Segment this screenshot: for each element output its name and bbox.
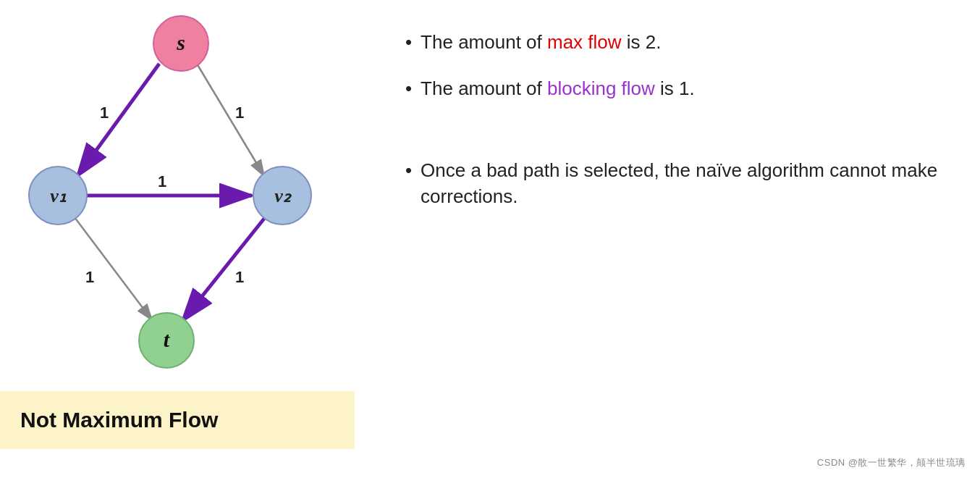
edge-s-v1-purple <box>77 64 159 176</box>
node-v1-label: v₁ <box>50 185 67 206</box>
bullet-text-1: The amount of max flow is 2. <box>421 29 951 55</box>
graph-area: 1 1 1 1 1 s v₁ v₂ t Not Maximum Flow <box>0 0 362 449</box>
not-max-flow-label: Not Maximum Flow <box>20 408 218 432</box>
bullet-prefix-2: The amount of <box>421 77 547 99</box>
blocking-flow-highlight: blocking flow <box>547 77 655 99</box>
main-container: 1 1 1 1 1 s v₁ v₂ t Not Maximum Flow <box>0 0 980 478</box>
label-s-v2: 1 <box>235 104 244 122</box>
edge-s-v2-gray <box>197 64 264 176</box>
spacer <box>405 122 951 137</box>
label-v1-v2: 1 <box>158 172 166 190</box>
bullet-dot-2: • <box>405 75 412 101</box>
label-s-v1: 1 <box>100 104 109 122</box>
bullet-bad-path: • Once a bad path is selected, the naïve… <box>405 157 951 210</box>
bottom-label-bar: Not Maximum Flow <box>0 391 355 449</box>
node-v2-label: v₂ <box>274 185 292 206</box>
max-flow-highlight: max flow <box>547 31 622 53</box>
bullet-blocking-flow: • The amount of blocking flow is 1. <box>405 75 951 101</box>
info-area: • The amount of max flow is 2. • The amo… <box>362 0 980 210</box>
bullet-suffix-2: is 1. <box>655 77 695 99</box>
label-v1-t: 1 <box>85 268 94 286</box>
edge-v2-t-purple <box>182 216 266 321</box>
node-s-label: s <box>176 30 185 54</box>
bullet-prefix-1: The amount of <box>421 31 547 53</box>
bullet-suffix-1: is 2. <box>622 31 662 53</box>
bullet-dot-3: • <box>405 157 412 183</box>
label-v2-t: 1 <box>235 268 244 286</box>
bullet-text-3: Once a bad path is selected, the naïve a… <box>421 157 951 210</box>
watermark: CSDN @散一世繁华，颠半世琉璃 <box>817 456 966 469</box>
graph-svg: 1 1 1 1 1 s v₁ v₂ t <box>0 0 362 406</box>
bullet-max-flow: • The amount of max flow is 2. <box>405 29 951 55</box>
bullet-dot-1: • <box>405 29 412 55</box>
bullet-text-2: The amount of blocking flow is 1. <box>421 75 951 101</box>
